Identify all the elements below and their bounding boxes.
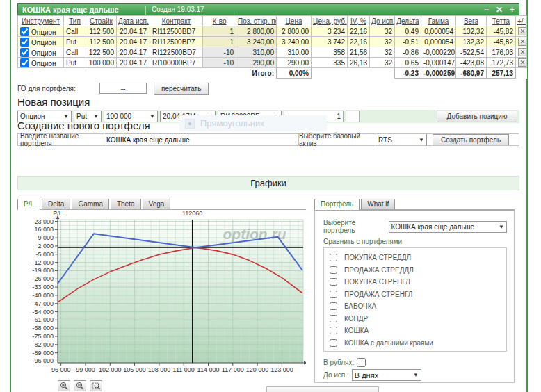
window-title: КОШКА края еще дальше: [18, 6, 119, 14]
svg-text:112060: 112060: [182, 210, 202, 217]
table-row: ОпционCall122 50020.04.17RI122500BD7-103…: [18, 47, 527, 58]
totals-row: Итого:0,00%-0,23-0,000259-680,97257,13: [18, 68, 527, 79]
open-price-cell[interactable]: 2 800,00: [236, 26, 277, 37]
go-input[interactable]: [99, 83, 147, 94]
svg-text:99 000: 99 000: [76, 366, 95, 373]
column-header[interactable]: К-во: [203, 16, 236, 26]
svg-text:-61 000: -61 000: [32, 316, 54, 323]
compare-checkbox[interactable]: [330, 302, 337, 310]
compare-item-label: ПОКУПКА СТРЕНГЛ: [344, 278, 410, 286]
delete-cell: ✕: [516, 58, 527, 68]
column-header[interactable]: Инструмент: [18, 16, 64, 26]
bullet-icon: ●: [185, 119, 195, 129]
qty-cell[interactable]: 1: [203, 37, 236, 47]
qty-cell[interactable]: -10: [203, 58, 236, 68]
price-rub-cell: 3 234: [312, 26, 348, 37]
bottom-partial-button[interactable]: [266, 386, 379, 392]
column-header[interactable]: IV, %: [348, 16, 370, 26]
type-cell: Call: [64, 26, 86, 37]
days-select[interactable]: В днях ▼: [352, 369, 421, 381]
compare-checkbox[interactable]: [330, 327, 337, 334]
column-header[interactable]: Дата исп.: [117, 16, 150, 26]
svg-text:108 000: 108 000: [148, 366, 171, 373]
portfolio-window: КОШКА края еще дальше Создан 19.03.17 − …: [17, 3, 519, 123]
tab-vega[interactable]: Vega: [143, 199, 171, 209]
column-header[interactable]: Цена: [277, 16, 312, 26]
compare-checkbox[interactable]: [330, 266, 337, 274]
portfolio-name-input[interactable]: [104, 134, 299, 145]
column-header[interactable]: Поз. откр. по: [236, 16, 277, 26]
qty-cell[interactable]: 1: [203, 26, 236, 37]
zoom-in-button[interactable]: [58, 380, 70, 391]
open-price-cell[interactable]: 290,00: [236, 58, 277, 68]
compare-checkbox[interactable]: [330, 278, 337, 286]
row-checkbox[interactable]: [20, 58, 29, 67]
type-cell: Call: [64, 47, 86, 58]
recalculate-button[interactable]: пересчитать: [154, 83, 209, 95]
delete-cell: ✕: [516, 47, 527, 58]
row-checkbox[interactable]: [20, 27, 29, 36]
compare-item: ПОКУПКА СТРЕНГЛ: [330, 276, 506, 288]
open-price-cell[interactable]: 310,00: [236, 47, 277, 58]
rp-tab-портфель[interactable]: Портфель: [314, 199, 360, 210]
column-header[interactable]: Вега: [456, 16, 487, 26]
column-header[interactable]: Гамма: [421, 16, 456, 26]
rp-tab-what-if[interactable]: What if: [361, 199, 395, 209]
rub-checkbox[interactable]: [357, 358, 366, 367]
base-asset-label: Выберите базовый актив: [299, 134, 376, 145]
column-header[interactable]: Страйк: [86, 16, 117, 26]
delete-row-button[interactable]: ✕: [518, 58, 527, 67]
tab-delta[interactable]: Delta: [42, 199, 70, 209]
column-header[interactable]: Тип: [64, 16, 86, 26]
column-header[interactable]: Контракт: [150, 16, 203, 26]
compare-item: ПОКУПКА СТРЕДДЛ: [330, 252, 506, 264]
column-header[interactable]: Дельта: [395, 16, 421, 26]
svg-text:-5 000: -5 000: [35, 251, 54, 258]
open-price-cell[interactable]: 3 240,00: [236, 37, 277, 47]
create-portfolio-button[interactable]: Создать портфель: [433, 134, 509, 145]
column-header[interactable]: +/-: [516, 16, 527, 26]
row-checkbox[interactable]: [20, 48, 29, 57]
select-portfolio-label: Выберите портфель: [323, 219, 389, 234]
svg-text:114 000: 114 000: [197, 366, 220, 373]
zoom-out-button[interactable]: [74, 380, 86, 391]
date-cell: 20.04.17: [117, 37, 150, 47]
base-asset-select[interactable]: RTS ▼: [376, 134, 427, 145]
column-header[interactable]: До исп.: [370, 16, 395, 26]
svg-text:-89 000: -89 000: [32, 350, 54, 357]
minimize-icon[interactable]: −: [484, 4, 489, 16]
tab-theta[interactable]: Theta: [111, 199, 141, 209]
tab-p-l[interactable]: P/L: [17, 199, 40, 210]
chevron-down-icon: ▼: [416, 137, 424, 143]
compare-checkbox[interactable]: [330, 339, 337, 347]
compare-checkbox[interactable]: [330, 315, 337, 322]
chart-tabs: P/LDeltaGammaThetaVega: [17, 199, 306, 210]
portfolio-select[interactable]: КОШКА края еще дальше ▼: [389, 221, 507, 233]
qty-cell[interactable]: -10: [203, 47, 236, 58]
column-header[interactable]: Цена, руб.: [312, 16, 348, 26]
pl-chart[interactable]: option.ru23 00016 0009 0002 000-5 000-12…: [17, 210, 306, 373]
compare-checkbox[interactable]: [330, 291, 337, 298]
compare-item: БАБОЧКА: [330, 300, 506, 313]
row-checkbox[interactable]: [20, 38, 29, 47]
svg-text:117 000: 117 000: [222, 366, 244, 373]
spacer-cell: [348, 68, 370, 79]
chevron-down-icon: ▼: [410, 372, 419, 378]
tab-gamma[interactable]: Gamma: [72, 199, 109, 209]
delete-row-button[interactable]: ✕: [518, 48, 527, 56]
contract-cell: RI112500BD7: [150, 26, 203, 37]
delete-row-button[interactable]: ✕: [518, 38, 527, 46]
compare-item: ПРОДАЖА СТРЕДДЛ: [330, 264, 506, 277]
chevron-down-icon: ▼: [496, 224, 504, 230]
delete-row-button[interactable]: ✕: [518, 27, 527, 35]
totals-gamma: -0,000259: [421, 68, 456, 79]
compare-item-label: ПРОДАЖА СТРЕДДЛ: [344, 266, 414, 274]
close-icon[interactable]: ✕: [496, 4, 503, 16]
zoom-select-button[interactable]: [90, 380, 102, 391]
column-header[interactable]: Тетта: [487, 16, 516, 26]
compare-checkbox[interactable]: [330, 254, 337, 261]
add-icon[interactable]: +: [510, 4, 515, 16]
compare-item: КОШКА с дальними краями: [330, 337, 506, 350]
portfolio-name-label: Введите название портфеля: [18, 134, 104, 145]
page-left-border: [10, 0, 11, 392]
